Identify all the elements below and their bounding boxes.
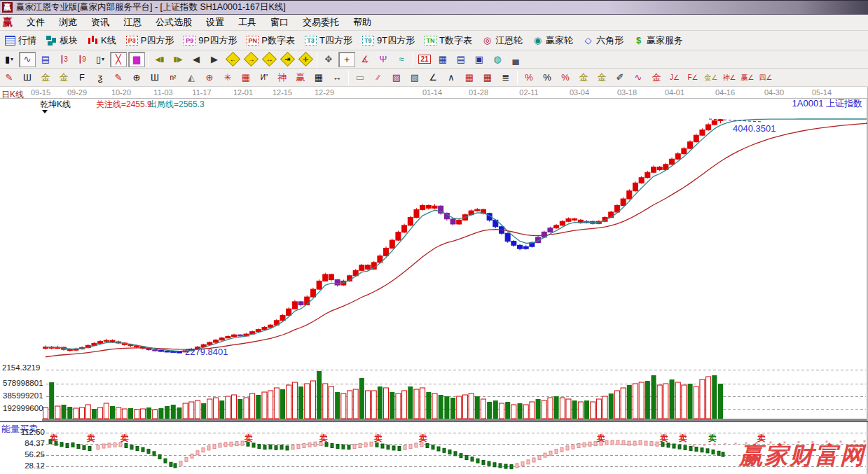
sell-signal-mark: 卖: [596, 433, 605, 443]
date-tick-11-17: 11-17: [192, 88, 211, 97]
date-tick-03-04: 03-04: [570, 88, 589, 97]
date-tick-04-01: 04-01: [665, 88, 684, 97]
sell-signal-mark: 卖: [678, 433, 687, 443]
peak-price-label: 4040.3501: [733, 123, 776, 134]
date-tick-12-01: 12-01: [233, 88, 253, 97]
sell-signal-mark: 卖: [120, 433, 129, 443]
date-tick-09-29: 09-29: [67, 88, 87, 97]
sell-signal-mark: 卖: [49, 433, 58, 443]
date-tick-05-14: 05-14: [812, 88, 832, 97]
date-tick-02-11: 02-11: [519, 88, 538, 97]
symbol-label: 1A0001 上证指数: [792, 97, 862, 110]
sub-axis-2: 84.37: [0, 439, 45, 447]
date-tick-09-15: 09-15: [31, 88, 50, 97]
sub-axis-1: 112.50: [0, 428, 45, 436]
sell-signal-mark: 卖: [708, 433, 717, 443]
indicator-name-label[interactable]: 乾坤K线: [40, 99, 71, 111]
date-tick-01-14: 01-14: [422, 88, 442, 97]
low-price-label: 2279.8401: [185, 347, 228, 357]
sell-signal-mark: 卖: [319, 433, 328, 443]
volume-axis-1: 578998801: [3, 379, 43, 387]
volume-axis-3: 192999600: [3, 404, 43, 412]
exit-line-label: 出局线=2565.3: [149, 99, 205, 111]
sell-signal-mark: 卖: [244, 433, 253, 443]
watermark: 赢家财富网: [739, 440, 865, 472]
attention-line-label: 关注线=2455.9: [96, 99, 152, 111]
scale-base-label: 2154.3219: [2, 363, 40, 372]
sell-signal-mark: 卖: [659, 433, 668, 443]
date-tick-12-29: 12-29: [315, 88, 334, 97]
date-tick-10-20: 10-20: [111, 88, 131, 97]
sell-signal-mark: 卖: [373, 433, 383, 443]
sell-signal-mark: 卖: [418, 433, 427, 443]
panel-label-daily-k: 日K线: [1, 89, 24, 101]
date-tick-04-16: 04-16: [715, 88, 735, 97]
indicator-dropdown-arrow[interactable]: [42, 110, 48, 113]
volume-axis-2: 385999201: [3, 391, 43, 400]
sub-axis-3: 56.25: [0, 450, 45, 459]
date-tick-11-03: 11-03: [153, 88, 172, 97]
date-tick-01-28: 01-28: [469, 88, 488, 97]
date-tick-12-15: 12-15: [273, 88, 292, 97]
date-tick-03-18: 03-18: [617, 88, 637, 97]
chart-canvas[interactable]: 卖卖卖卖卖卖卖卖卖卖卖卖: [0, 0, 868, 474]
sub-axis-4: 28.12: [0, 461, 45, 470]
sell-signal-mark: 卖: [86, 433, 95, 443]
date-tick-04-30: 04-30: [764, 88, 784, 97]
